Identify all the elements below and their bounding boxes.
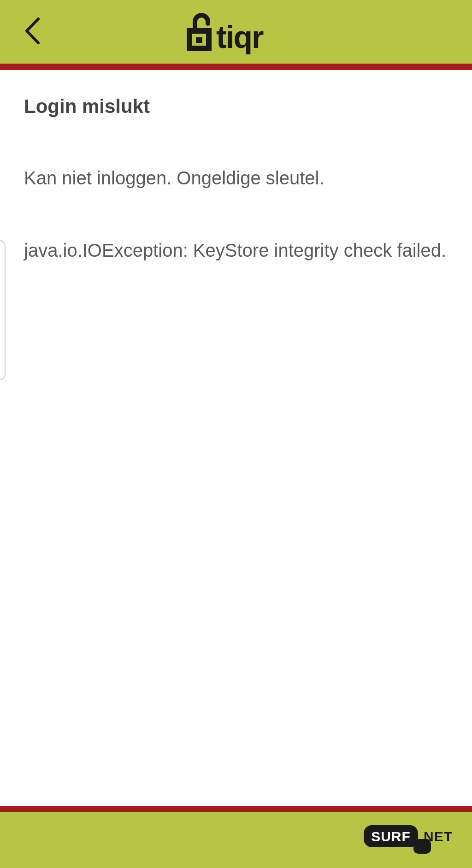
svg-rect-2 xyxy=(196,37,202,43)
svg-text:SURF: SURF xyxy=(371,829,411,844)
header: tiqr xyxy=(0,0,472,70)
error-detail: java.io.IOException: KeyStore integrity … xyxy=(24,238,448,262)
page-title: Login mislukt xyxy=(24,95,448,118)
content-area: Login mislukt Kan niet inloggen. Ongeldi… xyxy=(0,70,472,806)
chevron-left-icon xyxy=(23,17,41,45)
footer: SURF NET xyxy=(0,806,472,868)
surfnet-logo-icon: SURF NET xyxy=(364,823,458,857)
tiqr-logo: tiqr xyxy=(182,9,290,55)
tiqr-logo-icon: tiqr xyxy=(182,9,290,55)
svg-text:NET: NET xyxy=(424,829,453,844)
side-tab[interactable] xyxy=(0,240,6,380)
back-button[interactable] xyxy=(23,17,41,47)
error-message: Kan niet inloggen. Ongeldige sleutel. xyxy=(24,166,448,190)
surfnet-logo: SURF NET xyxy=(364,823,458,857)
svg-text:tiqr: tiqr xyxy=(216,19,264,54)
